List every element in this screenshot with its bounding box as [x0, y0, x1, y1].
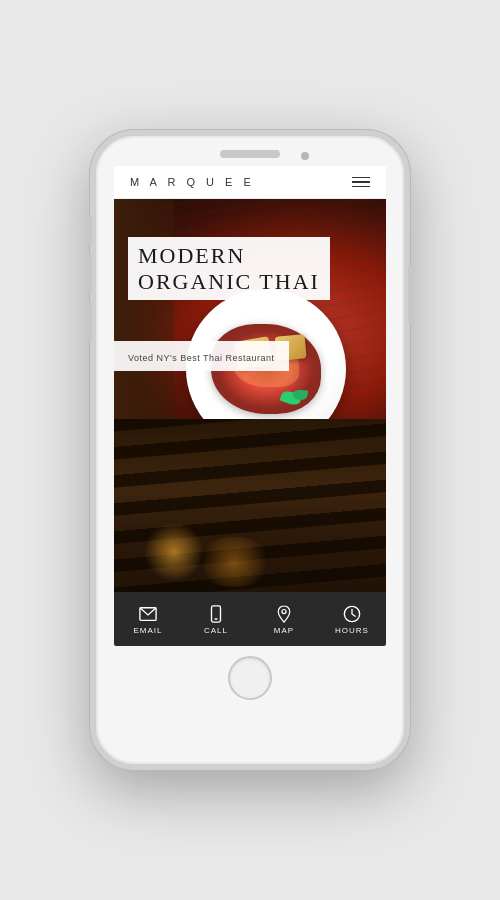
interior-section — [114, 419, 386, 592]
svg-rect-1 — [212, 606, 221, 622]
hero-subtitle: Voted NY's Best Thai Restaurant — [114, 341, 289, 371]
phone-speaker — [220, 150, 280, 158]
nav-label-hours: HOURS — [335, 626, 369, 635]
nav-item-email[interactable]: EMAIL — [114, 605, 182, 635]
hero-title-box: MODERN ORGANIC THAI — [114, 227, 386, 308]
svg-point-3 — [282, 610, 286, 614]
garnish — [280, 389, 303, 407]
light-glow-1 — [144, 522, 204, 582]
volume-down-button — [88, 302, 92, 342]
email-icon — [139, 605, 157, 623]
hamburger-line-3 — [352, 186, 370, 188]
hamburger-menu-button[interactable] — [352, 177, 370, 188]
phone-icon — [207, 605, 225, 623]
volume-up-button — [88, 254, 92, 294]
clock-icon — [343, 605, 361, 623]
hamburger-line-2 — [352, 181, 370, 183]
home-button[interactable] — [228, 656, 272, 700]
hero-title-line1: MODERN — [138, 243, 245, 268]
nav-label-call: CALL — [204, 626, 228, 635]
nav-label-email: EMAIL — [133, 626, 162, 635]
nav-label-map: MAP — [274, 626, 294, 635]
hero-subtitle-text: Voted NY's Best Thai Restaurant — [128, 353, 275, 363]
power-button — [408, 266, 412, 322]
phone-screen: M A R Q U E E MODERN — [114, 166, 386, 646]
hero-title: MODERN ORGANIC THAI — [128, 237, 330, 300]
nav-item-hours[interactable]: HOURS — [318, 605, 386, 635]
app-header: M A R Q U E E — [114, 166, 386, 199]
bottom-nav-bar: EMAIL CALL MAP — [114, 592, 386, 646]
map-icon — [275, 605, 293, 623]
nav-item-map[interactable]: MAP — [250, 605, 318, 635]
hero-title-text: MODERN ORGANIC THAI — [138, 243, 320, 296]
nav-item-call[interactable]: CALL — [182, 605, 250, 635]
front-camera — [301, 152, 309, 160]
light-glow-2 — [194, 537, 274, 587]
app-logo: M A R Q U E E — [130, 176, 255, 188]
hamburger-line-1 — [352, 177, 370, 179]
hero-section: MODERN ORGANIC THAI Voted NY's Best Thai… — [114, 199, 386, 419]
mute-button — [88, 216, 92, 244]
phone-frame: M A R Q U E E MODERN — [90, 130, 410, 770]
hero-title-line2: ORGANIC THAI — [138, 269, 320, 294]
